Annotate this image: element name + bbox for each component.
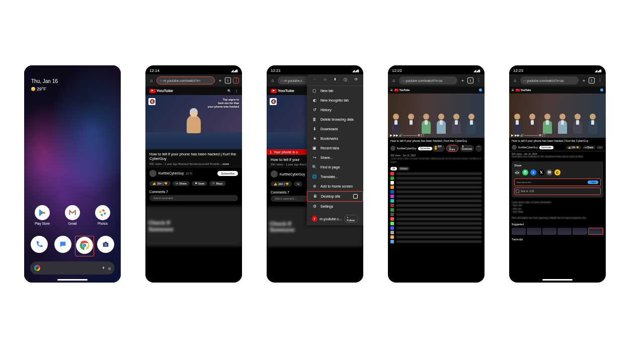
- new-tab-icon[interactable]: ＋: [459, 77, 465, 83]
- url-bar[interactable]: m.youtube.com/watch?v=: [156, 76, 215, 84]
- forward-icon: →: [312, 77, 316, 82]
- video-player[interactable]: ↓ ▶ ▶▶ 🔊 ─────── ⚙ ⛶: [388, 94, 485, 138]
- menu-recent-tabs[interactable]: ▣Recent tabs: [307, 143, 363, 153]
- start-at-checkbox[interactable]: [516, 190, 519, 193]
- date-widget[interactable]: Thu, Jan 16: [31, 78, 58, 84]
- youtube-menu-icon[interactable]: ⋮: [235, 89, 238, 93]
- copy-button[interactable]: Copy: [588, 180, 598, 184]
- channel-name[interactable]: KurttheCyberGuy: [158, 171, 184, 175]
- app-gmail[interactable]: Gmail: [65, 205, 80, 225]
- report-button[interactable]: ⚐ Repo: [209, 181, 225, 186]
- account-avatar[interactable]: [600, 88, 603, 92]
- info-icon[interactable]: ⓘ: [344, 77, 347, 82]
- player-controls[interactable]: ▶ ▶▶ 🔊 ─────── ⚙ ⛶: [388, 132, 485, 138]
- home-indicator[interactable]: [542, 279, 573, 281]
- share-email[interactable]: ✉: [546, 169, 552, 175]
- menu-translate[interactable]: 🌐Translate...: [307, 172, 363, 182]
- video-description[interactable]: 50K views · Jan 16, 2024 Description tex…: [509, 151, 606, 159]
- save-button[interactable]: ⚑ Save: [192, 181, 208, 186]
- tab-switcher[interactable]: 1: [467, 77, 473, 83]
- more-button[interactable]: ⋯: [475, 145, 482, 152]
- home-icon[interactable]: ⌂: [148, 77, 154, 83]
- bookmark-star-icon[interactable]: ☆: [324, 77, 327, 82]
- like-button[interactable]: 👍 264 👎: [432, 145, 445, 152]
- menu-settings[interactable]: ⚙Settings: [307, 202, 363, 211]
- new-tab-icon[interactable]: ＋: [581, 77, 587, 83]
- share-x[interactable]: 𝕏: [538, 169, 544, 175]
- overflow-menu-icon[interactable]: ⋮: [233, 77, 239, 83]
- menu-share[interactable]: ↪Share...: [307, 153, 363, 162]
- reload-icon[interactable]: ⟳: [355, 77, 358, 82]
- lens-icon[interactable]: ◎: [108, 266, 111, 270]
- mute-icon[interactable]: 🔇: [270, 98, 277, 105]
- download-icon[interactable]: ⬇: [334, 77, 337, 82]
- transcript-header[interactable]: Transcript: [509, 236, 606, 243]
- tab-switcher[interactable]: 1: [225, 77, 231, 83]
- tab-all[interactable]: All: [390, 167, 397, 170]
- menu-history[interactable]: ↺History: [307, 105, 363, 115]
- weather-widget[interactable]: 29°F: [31, 86, 46, 92]
- home-indicator[interactable]: [57, 279, 88, 281]
- youtube-logo[interactable]: YouTube: [271, 88, 294, 93]
- app-phone[interactable]: [31, 236, 48, 253]
- app-photos[interactable]: Photos: [95, 205, 110, 225]
- share-facebook[interactable]: f: [530, 169, 536, 175]
- video-player[interactable]: 🔇 Top signs to look out for that your ph…: [145, 95, 242, 149]
- share-url[interactable]: https://youtu.be/…: [517, 181, 533, 184]
- menu-desktop-site[interactable]: 🖥Desktop site: [307, 191, 363, 202]
- share-button[interactable]: ↪ Share: [173, 181, 190, 186]
- overflow-menu-icon[interactable]: ⋮: [597, 77, 603, 83]
- url-bar[interactable]: youtube.com/watch?v=us: [399, 76, 457, 84]
- menu-new-tab[interactable]: ▢New tab: [307, 86, 363, 96]
- share-whatsapp[interactable]: ✆: [522, 169, 528, 175]
- share-kakao[interactable]: C: [554, 169, 560, 175]
- menu-downloads[interactable]: ⬇Downloads: [307, 124, 363, 134]
- home-icon[interactable]: ⌂: [270, 77, 276, 83]
- menu-site-shortcut[interactable]: Y m.youtube.c... + Follow: [307, 212, 363, 225]
- app-messages[interactable]: [54, 236, 71, 253]
- home-icon[interactable]: ⌂: [391, 77, 397, 83]
- app-camera[interactable]: [97, 236, 114, 253]
- channel-subs: 23.7K: [186, 172, 192, 175]
- like-button[interactable]: 👍 264 | 👎: [149, 181, 171, 186]
- search-icon[interactable]: 🔍: [227, 89, 231, 93]
- suggested-videos: [388, 171, 485, 244]
- mic-icon[interactable]: 🎙: [102, 266, 105, 270]
- channel-avatar[interactable]: [149, 170, 156, 177]
- channel-avatar[interactable]: [271, 170, 278, 177]
- video-title[interactable]: How to tell if your phone has been hacke…: [388, 138, 485, 144]
- account-avatar[interactable]: [479, 88, 482, 92]
- download-button[interactable]: ⬇ Download: [460, 145, 474, 152]
- menu-delete-data[interactable]: 🗑Delete browsing data: [307, 115, 363, 124]
- comment-input[interactable]: Add a comment...: [149, 195, 238, 201]
- menu-incognito[interactable]: ◐New Incognito tab: [307, 96, 363, 105]
- home-icon[interactable]: ⌂: [512, 77, 518, 83]
- share-button[interactable]: ↪ Share: [446, 145, 458, 152]
- share-embed[interactable]: <>: [514, 169, 520, 175]
- app-play-store[interactable]: Play Store: [35, 205, 50, 225]
- menu-add-home[interactable]: ⊕Add to Home screen: [307, 182, 363, 191]
- menu-bookmarks[interactable]: ★Bookmarks: [307, 134, 363, 143]
- video-player[interactable]: ▶ ▶▶ 🔊 ─────── ⚙ ⛶: [509, 94, 606, 138]
- like-button[interactable]: 👍 264 | 👎: [271, 182, 292, 187]
- mute-icon[interactable]: 🔇: [148, 98, 155, 105]
- app-chrome[interactable]: [76, 237, 93, 254]
- comments-section[interactable]: Comments 7 Add a comment...: [145, 188, 242, 203]
- youtube-logo[interactable]: YouTube: [149, 88, 173, 93]
- action-chips: 👍 264 | 👎 ↪ Share ⚑ Save ⚐ Repo: [145, 179, 242, 188]
- channel-avatar[interactable]: [390, 146, 395, 151]
- subscribe-button[interactable]: Subscribe: [217, 171, 238, 176]
- menu-find[interactable]: 🔍Find in page: [307, 162, 363, 172]
- next-video-thumb[interactable]: Check IfSomeone: [145, 206, 242, 246]
- subscribe-button[interactable]: Subscribe: [418, 147, 432, 150]
- share-button[interactable]: ↪: [294, 182, 302, 187]
- overflow-menu-icon[interactable]: ⋮: [475, 77, 481, 83]
- start-at-row[interactable]: Start at 0:00: [514, 188, 601, 195]
- video-description[interactable]: 50K views · Jan 16, 2024 Lorem ipsum dol…: [388, 153, 485, 165]
- url-bar[interactable]: youtube.com/watch?v=us: [520, 76, 579, 84]
- desktop-site-checkbox[interactable]: [353, 194, 358, 199]
- follow-button[interactable]: + Follow: [344, 215, 358, 223]
- new-tab-icon[interactable]: ＋: [217, 77, 223, 83]
- video-title[interactable]: How to tell if your phone has been hacke…: [149, 152, 238, 161]
- search-bar[interactable]: 🎙 ◎: [30, 261, 115, 275]
